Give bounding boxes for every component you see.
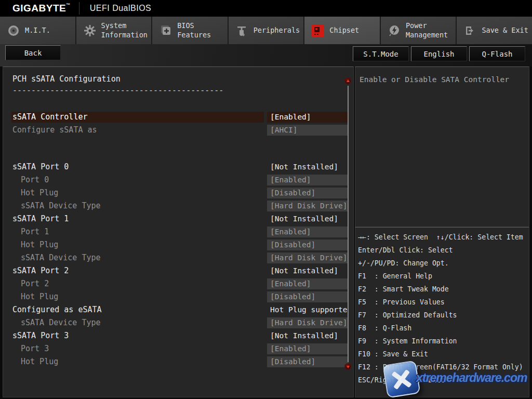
tab-save-exit[interactable]: Save & Exit (457, 17, 532, 44)
tab-mit[interactable]: M.I.T. (0, 17, 76, 44)
settings-row[interactable]: Hot Plug [Disabled] (11, 240, 349, 250)
key-legend: →←: Select Screen ↑↓/Click: Select ItemE… (358, 231, 527, 387)
setting-value[interactable]: [Not Installed] (267, 330, 349, 341)
legend-line: F12 : Print Screen(FAT16/32 Format Only) (358, 361, 527, 374)
firmware-title: UEFI DualBIOS (90, 4, 152, 13)
settings-row[interactable]: Port 2 [Enabled] (11, 278, 349, 289)
setting-label: Hot Plug (11, 188, 264, 198)
setting-value[interactable]: [AHCI] (267, 125, 349, 136)
setting-label: sSATA Port 3 (11, 330, 264, 341)
settings-row[interactable]: sSATA Device Type [Hard Disk Drive] (11, 252, 349, 263)
setting-label: Configure sSATA as (11, 125, 264, 136)
setting-value[interactable]: [Hard Disk Drive] (267, 252, 349, 263)
setting-value[interactable]: [Enabled] (267, 278, 349, 289)
help-description: Enable or Disable SATA Controller (360, 75, 509, 84)
power-management-icon (388, 24, 401, 37)
settings-row[interactable]: sSATA Device Type [Hard Disk Drive] (11, 317, 349, 328)
mit-icon (7, 24, 20, 37)
setting-value[interactable]: [Disabled] (267, 240, 349, 250)
legend-line: F1 : General Help (358, 270, 527, 283)
brand-divider (79, 2, 79, 15)
gigabyte-logo: GIGABYTE™ (12, 3, 71, 14)
settings-panel: PCH sSATA Configuration ----------------… (3, 66, 354, 397)
page-title: PCH sSATA Configuration (12, 74, 121, 84)
setting-value[interactable]: [Enabled] (267, 343, 349, 354)
setting-value[interactable]: [Disabled] (267, 188, 349, 198)
help-panel: Enable or Disable SATA Controller (355, 66, 529, 227)
settings-row[interactable]: Hot Plug [Disabled] (11, 356, 349, 367)
top-bar: GIGABYTE™ UEFI DualBIOS (0, 0, 532, 17)
setting-value[interactable]: [Not Installed] (267, 214, 349, 224)
tab-bios-features[interactable]: BIOS Features (152, 17, 229, 44)
setting-label: sSATA Device Type (11, 252, 264, 263)
setting-value[interactable]: Hot Plug supported (267, 304, 349, 315)
legend-line: Enter/Dbl Click: Select (358, 244, 527, 257)
setting-label: Port 1 (11, 227, 264, 237)
setting-value[interactable]: [Not Installed] (267, 265, 349, 276)
setting-value[interactable]: [Disabled] (267, 291, 349, 302)
tab-label: BIOS Features (177, 21, 211, 39)
setting-label: sSATA Port 1 (11, 214, 264, 224)
setting-value[interactable]: [Enabled] (267, 112, 349, 123)
tab-label: Power Management (406, 21, 448, 39)
legend-line: F9 : System Information (358, 335, 527, 348)
settings-row[interactable]: Configure sSATA as [AHCI] (11, 125, 349, 136)
scrollbar[interactable] (348, 86, 349, 362)
settings-row[interactable]: Port 1 [Enabled] (11, 227, 349, 237)
setting-label: Hot Plug (11, 291, 264, 302)
setting-value[interactable]: [Disabled] (267, 356, 349, 367)
setting-label: Port 0 (11, 175, 264, 185)
tab-label: Peripherals (254, 26, 300, 35)
settings-row[interactable]: Hot Plug [Disabled] (11, 291, 349, 302)
setting-label: Configured as eSATA (11, 304, 264, 315)
peripherals-icon (235, 24, 249, 37)
tab-label: System Information (101, 21, 148, 39)
save-exit-icon (463, 24, 477, 37)
settings-rows: sSATA Controller [Enabled] Configure sSA… (11, 112, 349, 369)
settings-row[interactable]: sSATA Port 3 [Not Installed] (11, 330, 349, 341)
tab-bar: M.I.T. System Information BIOS Features … (0, 17, 532, 44)
back-button[interactable]: Back (5, 45, 61, 60)
system-information-icon (83, 24, 97, 37)
setting-value[interactable]: [Enabled] (267, 175, 349, 185)
setting-label: Port 2 (11, 278, 264, 289)
tab-power-management[interactable]: Power Management (381, 17, 457, 44)
settings-row[interactable]: sSATA Controller [Enabled] (11, 112, 349, 123)
settings-row[interactable]: Configured as eSATA Hot Plug supported (11, 304, 349, 315)
scroll-up-icon[interactable] (344, 77, 351, 84)
legend-line: F2 : Smart Tweak Mode (358, 283, 527, 296)
setting-value[interactable]: [Not Installed] (267, 162, 349, 172)
setting-label: sSATA Port 0 (11, 162, 264, 172)
language-button[interactable]: English (411, 46, 467, 61)
settings-row[interactable]: sSATA Device Type [Hard Disk Drive] (11, 201, 349, 211)
setting-value[interactable]: [Hard Disk Drive] (267, 317, 349, 328)
setting-label: Port 3 (11, 343, 264, 354)
trademark-mark: ™ (66, 3, 71, 7)
settings-row[interactable]: sSATA Port 0 [Not Installed] (11, 162, 349, 172)
scroll-down-icon[interactable] (344, 363, 351, 370)
setting-value[interactable]: [Hard Disk Drive] (267, 201, 349, 211)
legend-line: ESC/Right Click: Exit (358, 374, 527, 387)
settings-row[interactable]: Port 3 [Enabled] (11, 343, 349, 354)
legend-line: F5 : Previous Values (358, 296, 527, 309)
stmode-button[interactable]: S.T.Mode (353, 46, 409, 61)
qflash-button[interactable]: Q-Flash (469, 46, 525, 61)
legend-line: F10 : Save & Exit (358, 348, 527, 361)
settings-row[interactable]: sSATA Port 2 [Not Installed] (11, 265, 349, 276)
setting-label: Hot Plug (11, 240, 264, 250)
tab-chipset[interactable]: Chipset (304, 17, 381, 44)
setting-value[interactable]: [Enabled] (267, 227, 349, 237)
tab-label: Chipset (329, 26, 359, 35)
tab-system-information[interactable]: System Information (76, 17, 153, 44)
tab-label: M.I.T. (25, 26, 50, 35)
tab-peripherals[interactable]: Peripherals (229, 17, 305, 44)
toolbar-strip: Back S.T.Mode English Q-Flash (0, 44, 532, 66)
settings-row[interactable]: Port 0 [Enabled] (11, 175, 349, 185)
legend-line: F8 : Q-Flash (358, 322, 527, 335)
setting-label: sSATA Controller (11, 112, 264, 123)
setting-label: Hot Plug (11, 356, 264, 367)
settings-row[interactable]: Hot Plug [Disabled] (11, 188, 349, 198)
settings-row[interactable]: sSATA Port 1 [Not Installed] (11, 214, 349, 224)
legend-line: F7 : Optimized Defaults (358, 309, 527, 322)
title-divider: ----------------------------------------… (12, 86, 223, 95)
